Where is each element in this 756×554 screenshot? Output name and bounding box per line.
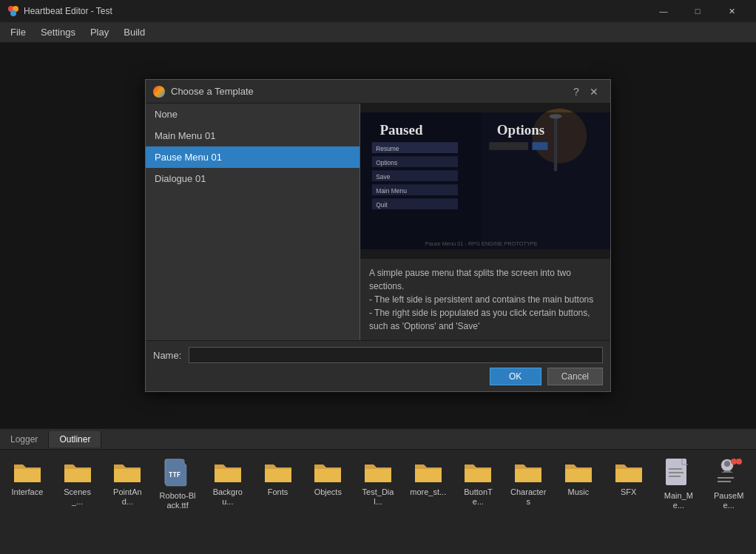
file-label: Fonts bbox=[268, 487, 288, 497]
menu-build[interactable]: Build bbox=[116, 24, 152, 41]
svg-text:Main Menu: Main Menu bbox=[376, 187, 407, 195]
svg-rect-23 bbox=[532, 142, 547, 150]
folder-icon bbox=[414, 459, 443, 484]
main-content: Choose a Template ? ✕ None Main Menu 01 … bbox=[0, 43, 756, 554]
svg-text:TTF: TTF bbox=[169, 471, 180, 479]
modal-title: Choose a Template bbox=[171, 86, 567, 97]
name-label: Name: bbox=[153, 350, 183, 361]
file-label: Interface bbox=[11, 487, 43, 497]
svg-rect-28 bbox=[669, 468, 682, 470]
file-item-characters[interactable]: Characters bbox=[507, 456, 550, 510]
svg-text:Resume: Resume bbox=[376, 145, 399, 152]
folder-icon bbox=[63, 459, 92, 484]
file-item-sfx[interactable]: SFX bbox=[607, 456, 650, 500]
doc-file-icon bbox=[664, 459, 693, 488]
file-item-scenes[interactable]: Scenes_... bbox=[56, 456, 99, 510]
file-label: more_st... bbox=[410, 487, 446, 497]
modal-titlebar: Choose a Template ? ✕ bbox=[146, 80, 610, 104]
folder-icon bbox=[363, 459, 393, 484]
file-item-roboto[interactable]: TTF Roboto-Black.ttf bbox=[156, 456, 199, 513]
svg-rect-29 bbox=[669, 472, 684, 473]
template-main-menu-01[interactable]: Main Menu 01 bbox=[146, 125, 360, 146]
file-item-main-me[interactable]: Main_Me... bbox=[658, 456, 701, 513]
script-file-icon bbox=[714, 459, 743, 488]
close-button[interactable]: ✕ bbox=[715, 0, 749, 22]
file-item-more-st[interactable]: more_st... bbox=[407, 456, 450, 500]
menu-play[interactable]: Play bbox=[83, 24, 116, 41]
modal-icon bbox=[153, 86, 165, 98]
svg-point-32 bbox=[724, 461, 730, 467]
folder-icon bbox=[513, 459, 543, 484]
preview-description: A simple pause menu that splits the scre… bbox=[360, 258, 610, 340]
template-none[interactable]: None bbox=[146, 104, 360, 125]
tab-logger[interactable]: Logger bbox=[0, 431, 49, 447]
file-item-interface[interactable]: Interface bbox=[6, 456, 49, 500]
modal-help-button[interactable]: ? bbox=[567, 83, 585, 101]
menu-settings[interactable]: Settings bbox=[33, 24, 83, 41]
titlebar: Heartbeat Editor - Test — □ ✕ bbox=[0, 0, 756, 22]
file-label: SFX bbox=[621, 487, 636, 497]
file-item-pauseme[interactable]: PauseMe... bbox=[707, 456, 750, 513]
svg-rect-35 bbox=[718, 477, 734, 479]
preview-image: Paused Options Resume Options Save bbox=[360, 104, 610, 258]
file-item-fonts[interactable]: Fonts bbox=[257, 456, 300, 500]
ttf-file-icon: TTF bbox=[163, 459, 192, 488]
editor-area: Choose a Template ? ✕ None Main Menu 01 … bbox=[0, 43, 756, 428]
svg-text:Paused: Paused bbox=[379, 122, 423, 138]
svg-point-2 bbox=[10, 10, 16, 16]
modal-close-button[interactable]: ✕ bbox=[585, 83, 603, 101]
name-row: Name: bbox=[153, 347, 603, 363]
folder-icon bbox=[112, 459, 142, 484]
template-preview: Paused Options Resume Options Save bbox=[360, 104, 610, 340]
template-pause-menu-01[interactable]: Pause Menu 01 bbox=[146, 146, 360, 168]
file-label: PauseMe... bbox=[710, 491, 747, 510]
file-label: Main_Me... bbox=[661, 491, 698, 510]
file-item-objects[interactable]: Objects bbox=[306, 456, 349, 500]
menubar: File Settings Play Build bbox=[0, 22, 756, 43]
svg-rect-36 bbox=[718, 481, 731, 482]
bottom-panel: Logger Outliner Interface bbox=[0, 428, 756, 554]
file-item-buttonte[interactable]: ButtonTe... bbox=[457, 456, 500, 510]
folder-icon bbox=[614, 459, 644, 484]
tab-outliner[interactable]: Outliner bbox=[49, 431, 101, 447]
name-input[interactable] bbox=[189, 347, 603, 363]
folder-icon bbox=[463, 459, 493, 484]
file-label: Characters bbox=[510, 487, 547, 507]
folder-icon bbox=[564, 459, 593, 484]
folder-icon bbox=[213, 459, 243, 484]
modal-body: None Main Menu 01 Pause Menu 01 Dialogue… bbox=[146, 104, 610, 340]
cancel-button[interactable]: Cancel bbox=[547, 368, 603, 385]
app-icon bbox=[7, 5, 19, 17]
button-row: OK Cancel bbox=[153, 368, 603, 385]
file-label: Scenes_... bbox=[59, 487, 96, 507]
file-browser: Interface Scenes_... bbox=[0, 450, 756, 554]
svg-text:Options: Options bbox=[376, 159, 397, 166]
file-item-music[interactable]: Music bbox=[557, 456, 600, 500]
file-label: PointAnd... bbox=[109, 487, 146, 507]
svg-text:Save: Save bbox=[376, 173, 391, 180]
minimize-button[interactable]: — bbox=[647, 0, 681, 22]
file-item-pointand[interactable]: PointAnd... bbox=[106, 456, 149, 510]
choose-template-dialog: Choose a Template ? ✕ None Main Menu 01 … bbox=[145, 79, 611, 392]
svg-point-34 bbox=[736, 459, 742, 465]
file-label: ButtonTe... bbox=[460, 487, 497, 507]
app-title: Heartbeat Editor - Test bbox=[24, 6, 647, 16]
folder-icon bbox=[263, 459, 293, 484]
svg-rect-30 bbox=[669, 476, 681, 477]
file-item-test-dial[interactable]: Test_Dial... bbox=[357, 456, 399, 510]
svg-text:Quit: Quit bbox=[376, 201, 388, 209]
svg-rect-22 bbox=[489, 142, 528, 150]
tab-bar: Logger Outliner bbox=[0, 429, 756, 450]
file-item-background[interactable]: Backgrou... bbox=[206, 456, 249, 510]
file-label: Roboto-Black.ttf bbox=[159, 491, 196, 510]
file-label: Test_Dial... bbox=[360, 487, 396, 507]
titlebar-controls: — □ ✕ bbox=[647, 0, 749, 22]
maximize-button[interactable]: □ bbox=[681, 0, 715, 22]
svg-text:Options: Options bbox=[497, 122, 544, 138]
svg-point-33 bbox=[731, 459, 737, 465]
template-dialogue-01[interactable]: Dialogue 01 bbox=[146, 168, 360, 189]
folder-icon bbox=[313, 459, 342, 484]
ok-button[interactable]: OK bbox=[490, 368, 541, 385]
file-label: Backgrou... bbox=[209, 487, 246, 507]
menu-file[interactable]: File bbox=[3, 24, 33, 41]
